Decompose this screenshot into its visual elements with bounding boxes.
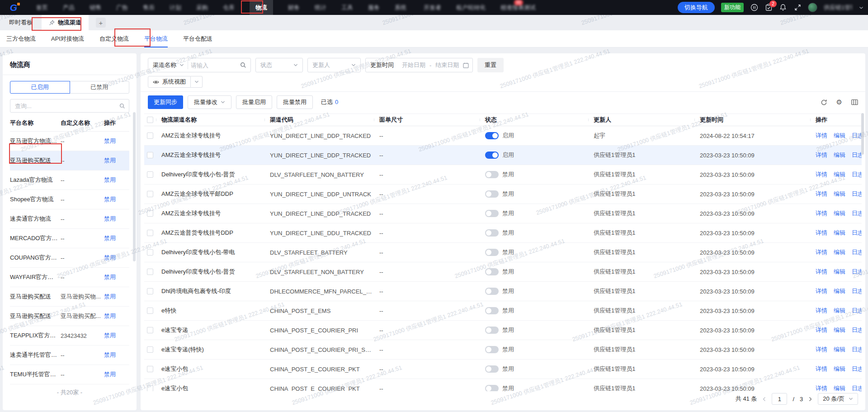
system-view-button[interactable]: 系统视图 (148, 76, 191, 88)
vendor-row[interactable]: 亚马逊购买配送--禁用 (10, 151, 129, 170)
tab-enabled[interactable]: 已启用 (10, 81, 70, 94)
disable-link[interactable]: 禁用 (104, 312, 129, 320)
page-input[interactable] (772, 393, 787, 405)
vendor-row[interactable]: TEMU半托管官方...--禁用 (10, 365, 129, 384)
table-row[interactable]: e速宝专递(特快)CHINA_POST_E_COURIER_PRI_SPCL--… (144, 340, 862, 360)
row-action-link[interactable]: 日志 (852, 326, 862, 334)
row-action-link[interactable]: 详情 (816, 365, 827, 373)
batch-edit-button[interactable]: 批量修改 (188, 95, 231, 109)
row-action-link[interactable]: 详情 (816, 268, 827, 276)
disable-link[interactable]: 禁用 (104, 234, 129, 242)
table-row[interactable]: Delhivery印度专线小包-带电DLV_STARFLEET_BATTERY-… (144, 243, 862, 262)
row-action-link[interactable]: 日志 (852, 229, 862, 237)
nav-item[interactable]: 工具 (341, 4, 353, 12)
row-action-link[interactable]: 详情 (816, 384, 827, 391)
disable-link[interactable]: 禁用 (104, 215, 129, 223)
updater-select[interactable]: 更新人 (307, 58, 361, 72)
nav-item[interactable]: 售后 (143, 4, 155, 12)
nav-item[interactable]: 服务 (368, 4, 380, 12)
table-scrollbar[interactable] (861, 113, 864, 155)
status-toggle[interactable] (485, 327, 499, 334)
nav-item[interactable]: 首页 (36, 4, 48, 12)
page-size-select[interactable]: 20 条/页 (818, 393, 858, 405)
row-action-link[interactable]: 日志 (852, 170, 862, 179)
table-row[interactable]: AMZ云途普货专线挂号DDPYUN_DIRECT_LINE_DDU_TRACKE… (144, 223, 862, 243)
row-action-link[interactable]: 详情 (816, 190, 827, 198)
row-action-link[interactable]: 详情 (816, 287, 827, 295)
disable-link[interactable]: 禁用 (104, 137, 129, 145)
sync-button[interactable]: 更新同步 (148, 95, 183, 109)
row-action-link[interactable]: 编辑 (834, 151, 845, 159)
refresh-icon[interactable] (821, 99, 827, 106)
row-action-link[interactable]: 日志 (852, 190, 862, 198)
table-column-header[interactable]: 更新人 (588, 116, 694, 124)
status-select[interactable]: 状态 (255, 58, 303, 72)
nav-item[interactable]: 系统 (395, 4, 406, 12)
row-action-link[interactable]: 详情 (816, 307, 827, 315)
vendor-row[interactable]: TEAPPLIX官方物流23423432禁用 (10, 326, 129, 346)
status-toggle[interactable] (485, 152, 499, 159)
row-action-link[interactable]: 详情 (816, 326, 827, 334)
disable-link[interactable]: 禁用 (104, 293, 129, 301)
table-column-header[interactable]: 物流渠道名称 (156, 116, 264, 124)
disable-link[interactable]: 禁用 (104, 176, 129, 184)
nav-item[interactable]: 财务 (288, 4, 300, 12)
tab-logistics-channel[interactable]: 物流渠道 (42, 15, 89, 30)
row-action-link[interactable]: 编辑 (834, 268, 845, 276)
channel-name-select[interactable]: 渠道名称 (148, 61, 188, 69)
channel-search-input[interactable] (188, 62, 240, 69)
row-checkbox[interactable] (147, 230, 153, 236)
tasks-icon[interactable]: 2 (764, 4, 773, 12)
vendor-row[interactable]: 亚马逊购买配送亚马逊购买配...禁用 (10, 307, 129, 326)
row-action-link[interactable]: 编辑 (834, 287, 845, 295)
row-checkbox[interactable] (147, 191, 153, 197)
table-column-header[interactable]: 状态 (480, 116, 588, 124)
vendor-row[interactable]: 速卖通半托管官方...--禁用 (10, 346, 129, 365)
disable-link[interactable]: 禁用 (104, 351, 129, 359)
column-settings-icon[interactable] (851, 99, 858, 105)
table-column-header[interactable]: 面单尺寸 (374, 116, 480, 124)
row-action-link[interactable]: 日志 (852, 209, 862, 218)
row-action-link[interactable]: 编辑 (834, 190, 845, 198)
switch-nav-button[interactable]: 切换导航 (678, 2, 715, 13)
status-toggle[interactable] (485, 346, 499, 353)
reset-button[interactable]: 重置 (477, 58, 504, 72)
status-toggle[interactable] (485, 385, 499, 391)
table-column-header[interactable]: 更新时间 (694, 116, 810, 124)
vendor-row[interactable]: MERCADO官方物流--禁用 (10, 229, 129, 248)
row-checkbox[interactable] (147, 269, 153, 275)
user-menu-caret-icon[interactable] (859, 6, 863, 9)
table-row[interactable]: Delhivery印度专线小包-普货DLV_STARFLEET_NON_BATT… (144, 262, 862, 282)
nav-item[interactable]: 广告 (116, 4, 128, 12)
subnav-item[interactable]: 三方仓物流 (6, 30, 36, 47)
row-action-link[interactable]: 编辑 (834, 365, 845, 373)
prev-page-icon[interactable] (762, 397, 766, 402)
subnav-item[interactable]: 自定义物流 (99, 30, 129, 47)
table-column-header[interactable]: 操作 (810, 116, 862, 124)
vendor-row[interactable]: Shopee官方物流--禁用 (10, 190, 129, 209)
status-toggle[interactable] (485, 288, 499, 295)
row-checkbox[interactable] (147, 133, 153, 139)
row-action-link[interactable]: 编辑 (834, 384, 845, 391)
sidebar-scrollbar[interactable] (133, 112, 136, 261)
row-action-link[interactable]: 日志 (852, 307, 862, 315)
row-action-link[interactable]: 日志 (852, 287, 862, 295)
status-toggle[interactable] (485, 132, 499, 139)
row-checkbox[interactable] (147, 171, 153, 178)
row-action-link[interactable]: 编辑 (834, 326, 845, 334)
subnav-item[interactable]: API对接物流 (51, 30, 84, 47)
row-action-link[interactable]: 详情 (816, 346, 827, 354)
row-action-link[interactable]: 日志 (852, 346, 862, 354)
row-checkbox[interactable] (147, 385, 153, 391)
status-toggle[interactable] (485, 229, 499, 237)
table-row[interactable]: AMZ云途全球专线挂号YUN_DIRECT_LINE_DDP_TRACKED--… (144, 126, 862, 146)
status-toggle[interactable] (485, 210, 499, 217)
status-toggle[interactable] (485, 171, 499, 178)
disable-link[interactable]: 禁用 (104, 273, 129, 281)
row-checkbox[interactable] (147, 249, 153, 256)
nav-item-logistics[interactable]: 物流 (250, 0, 273, 15)
row-action-link[interactable]: 编辑 (834, 346, 845, 354)
status-toggle[interactable] (485, 190, 499, 198)
vendor-row[interactable]: COUPANG官方物流--禁用 (10, 248, 129, 268)
row-action-link[interactable]: 详情 (816, 229, 827, 237)
